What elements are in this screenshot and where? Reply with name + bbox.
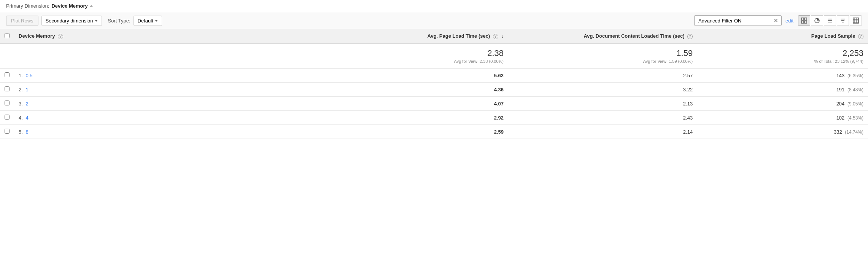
funnel-view-button[interactable] (837, 15, 849, 26)
pie-view-button[interactable] (811, 15, 823, 26)
summary-avg-doc-sub: Avg for View: 1.59 (0.00%) (513, 59, 693, 64)
row-sample-cell: 191 (8.48%) (697, 83, 868, 97)
row-number: 3. (19, 101, 23, 107)
summary-sample-value: 2,253 (702, 48, 863, 58)
table-header: Device Memory ? Avg. Page Load Time (sec… (0, 29, 868, 43)
row-checkbox-cell (0, 125, 14, 139)
summary-avg-doc-value: 1.59 (513, 48, 693, 58)
dimension-link[interactable]: 0.5 (25, 73, 32, 78)
row-device-cell: 5. 8 (14, 125, 337, 139)
svg-rect-1 (804, 18, 807, 20)
summary-avg-load-cell: 2.38 Avg for View: 2.38 (0.00%) (337, 43, 508, 69)
header-checkbox-col (0, 29, 14, 43)
summary-sample-cell: 2,253 % of Total: 23.12% (9,744) (697, 43, 868, 69)
svg-rect-2 (801, 21, 804, 23)
summary-avg-doc-cell: 1.59 Avg for View: 1.59 (0.00%) (508, 43, 697, 69)
table-row: 2. 1 4.36 3.22 191 (8.48%) (0, 83, 868, 97)
row-checkbox[interactable] (5, 129, 10, 134)
dimension-link[interactable]: 8 (25, 129, 28, 135)
row-checkbox[interactable] (5, 100, 10, 105)
device-help-icon[interactable]: ? (58, 34, 63, 39)
row-number: 1. (19, 73, 23, 78)
row-checkbox-cell (0, 69, 14, 83)
sort-default-label: Default (138, 18, 153, 24)
row-checkbox-cell (0, 97, 14, 111)
row-device-cell: 3. 2 (14, 97, 337, 111)
table-row: 1. 0.5 5.62 2.57 143 (6.35%) (0, 69, 868, 83)
summary-avg-load-value: 2.38 (342, 48, 504, 58)
data-table: Device Memory ? Avg. Page Load Time (sec… (0, 29, 868, 139)
sort-arrow-icon: ↓ (501, 33, 504, 39)
sort-default-dropdown[interactable]: Default (134, 16, 162, 26)
row-avg-load-cell: 5.62 (337, 69, 508, 83)
dimension-link[interactable]: 2 (25, 101, 28, 107)
dimension-link[interactable]: 1 (25, 87, 28, 93)
filter-input-wrap: ✕ (694, 15, 782, 26)
sample-column-label: Page Load Sample (811, 33, 855, 39)
row-checkbox[interactable] (5, 72, 10, 77)
svg-rect-3 (804, 21, 807, 23)
row-checkbox[interactable] (5, 115, 10, 120)
plot-rows-button[interactable]: Plot Rows (6, 16, 38, 26)
row-avg-doc-cell: 2.13 (508, 97, 697, 111)
table-row: 3. 2 4.07 2.13 204 (9.05%) (0, 97, 868, 111)
row-sample-cell: 143 (6.35%) (697, 69, 868, 83)
row-sample-cell: 204 (9.05%) (697, 97, 868, 111)
row-sample-cell: 102 (4.53%) (697, 111, 868, 125)
row-number: 4. (19, 115, 23, 121)
header-row: Device Memory ? Avg. Page Load Time (sec… (0, 29, 868, 43)
summary-device-cell (14, 43, 337, 69)
filter-clear-button[interactable]: ✕ (771, 16, 781, 26)
list-view-button[interactable] (824, 15, 836, 26)
row-avg-load-cell: 4.36 (337, 83, 508, 97)
row-avg-load-cell: 4.07 (337, 97, 508, 111)
primary-dimension-value: Device Memory (51, 3, 87, 9)
caret-up-icon (89, 5, 93, 7)
chevron-down-icon (95, 20, 98, 22)
row-device-cell: 1. 0.5 (14, 69, 337, 83)
row-device-cell: 2. 1 (14, 83, 337, 97)
secondary-dimension-label: Secondary dimension (46, 18, 93, 24)
sample-help-icon[interactable]: ? (858, 34, 863, 39)
avg-doc-help-icon[interactable]: ? (687, 34, 693, 39)
row-checkbox-cell (0, 83, 14, 97)
edit-link[interactable]: edit (785, 18, 793, 24)
sample-count: 102 (836, 115, 845, 121)
summary-avg-load-sub: Avg for View: 2.38 (0.00%) (342, 59, 504, 64)
table-view-button[interactable] (850, 15, 862, 26)
row-avg-load-cell: 2.92 (337, 111, 508, 125)
row-avg-doc-cell: 2.14 (508, 125, 697, 139)
sample-pct: (4.53%) (847, 115, 863, 121)
funnel-icon (840, 18, 846, 24)
chevron-down-icon-sort (155, 20, 158, 22)
table-row: 4. 4 2.92 2.43 102 (4.53%) (0, 111, 868, 125)
avg-load-help-icon[interactable]: ? (493, 34, 498, 39)
advanced-filter-input[interactable] (695, 16, 771, 26)
dimension-link[interactable]: 4 (25, 115, 28, 121)
sample-count: 191 (836, 87, 845, 93)
row-avg-load-cell: 2.59 (337, 125, 508, 139)
row-avg-doc-cell: 3.22 (508, 83, 697, 97)
row-avg-doc-cell: 2.43 (508, 111, 697, 125)
device-column-label: Device Memory (19, 33, 55, 39)
row-sample-cell: 332 (14.74%) (697, 125, 868, 139)
header-sample: Page Load Sample ? (697, 29, 868, 43)
secondary-dimension-dropdown[interactable]: Secondary dimension (41, 16, 102, 26)
grid-icon (801, 18, 807, 24)
row-avg-doc-cell: 2.57 (508, 69, 697, 83)
table-row: 5. 8 2.59 2.14 332 (14.74%) (0, 125, 868, 139)
table-body: 2.38 Avg for View: 2.38 (0.00%) 1.59 Avg… (0, 43, 868, 139)
summary-row: 2.38 Avg for View: 2.38 (0.00%) 1.59 Avg… (0, 43, 868, 69)
select-all-checkbox[interactable] (5, 33, 10, 38)
primary-dimension-bar: Primary Dimension: Device Memory (0, 0, 868, 12)
avg-load-column-label: Avg. Page Load Time (sec) (428, 33, 490, 39)
row-number: 2. (19, 87, 23, 93)
row-checkbox[interactable] (5, 86, 10, 91)
toolbar-right: ✕ edit (694, 15, 862, 26)
sample-count: 204 (836, 101, 845, 107)
grid-view-button[interactable] (798, 15, 810, 26)
sample-pct: (6.35%) (847, 73, 863, 78)
row-number: 5. (19, 129, 23, 135)
sample-pct: (8.48%) (847, 87, 863, 93)
table-icon (853, 18, 859, 24)
